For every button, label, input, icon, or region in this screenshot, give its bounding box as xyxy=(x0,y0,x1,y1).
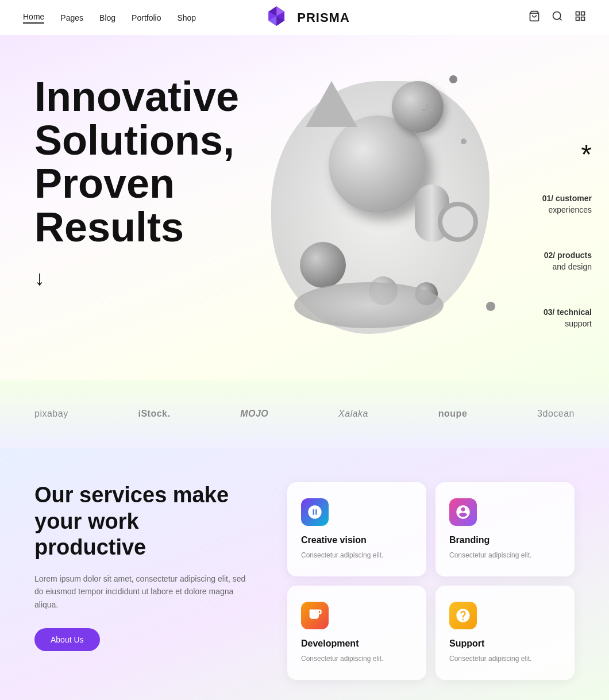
logo-gem-icon xyxy=(259,5,294,31)
brand-3docean: 3docean xyxy=(537,409,575,419)
nav-actions xyxy=(529,10,586,25)
branding-icon xyxy=(449,498,477,526)
nav-link-shop[interactable]: Shop xyxy=(177,13,196,22)
scroll-down-arrow[interactable]: ↓ xyxy=(34,266,575,290)
svg-line-9 xyxy=(560,18,562,21)
services-left: Our services make your work productive L… xyxy=(34,482,253,651)
svg-rect-13 xyxy=(581,17,585,21)
support-icon xyxy=(449,602,477,629)
service-card-dev: Development Consectetur adipiscing elit. xyxy=(287,586,426,680)
cart-icon[interactable] xyxy=(529,10,540,25)
svg-rect-12 xyxy=(576,17,580,21)
branding-desc: Consectetur adipiscing elit. xyxy=(449,550,561,560)
dev-icon xyxy=(301,602,329,629)
service-card-creative: Creative vision Consectetur adipiscing e… xyxy=(287,482,426,576)
svg-rect-11 xyxy=(581,12,585,16)
services-description: Lorem ipsum dolor sit amet, consectetur … xyxy=(34,572,253,611)
about-us-button[interactable]: About Us xyxy=(34,628,100,651)
support-title: Support xyxy=(449,639,561,649)
brand-xalaka: Xalaka xyxy=(338,409,368,419)
brand-pixabay: pixabay xyxy=(34,409,68,419)
site-logo[interactable]: PRISMA xyxy=(259,5,350,31)
creative-title: Creative vision xyxy=(301,535,413,545)
svg-rect-10 xyxy=(576,12,580,16)
logo-text: PRISMA xyxy=(297,10,350,25)
nav-link-blog[interactable]: Blog xyxy=(99,13,115,22)
services-cards: Creative vision Consectetur adipiscing e… xyxy=(287,482,575,680)
nav-link-portfolio[interactable]: Portfolio xyxy=(132,13,161,22)
hero-sidebar: * 01/ customerexperiences 02/ productsan… xyxy=(542,139,592,330)
nav-links: Home Pages Blog Portfolio Shop xyxy=(23,12,196,24)
support-desc: Consectetur adipiscing elit. xyxy=(449,653,561,664)
creative-desc: Consectetur adipiscing elit. xyxy=(301,550,413,560)
service-card-support: Support Consectetur adipiscing elit. xyxy=(435,586,575,680)
nav-link-pages[interactable]: Pages xyxy=(60,13,83,22)
brand-noupe: noupe xyxy=(438,409,468,419)
brands-section: pixabay iStock. MOJO Xalaka noupe 3docea… xyxy=(0,380,609,448)
dev-title: Development xyxy=(301,639,413,649)
branding-title: Branding xyxy=(449,535,561,545)
dev-desc: Consectetur adipiscing elit. xyxy=(301,653,413,664)
navbar: Home Pages Blog Portfolio Shop PRISMA xyxy=(0,0,609,35)
creative-icon xyxy=(301,498,329,526)
svg-point-8 xyxy=(553,12,561,20)
sidebar-asterisk: * xyxy=(542,139,592,170)
services-title: Our services make your work productive xyxy=(34,482,253,561)
hero-section: Innovative Solutions, Proven Results ↓ + xyxy=(0,35,609,380)
hero-content: Innovative Solutions, Proven Results ↓ xyxy=(0,35,609,325)
search-icon[interactable] xyxy=(552,10,563,25)
sidebar-item-1[interactable]: 01/ customerexperiences xyxy=(542,193,592,216)
grid-icon[interactable] xyxy=(575,10,586,25)
nav-link-home[interactable]: Home xyxy=(23,12,44,24)
brand-mojo: MOJO xyxy=(240,409,268,419)
brand-istock: iStock. xyxy=(138,409,170,419)
hero-title: Innovative Solutions, Proven Results xyxy=(34,75,253,249)
sidebar-item-2[interactable]: 02/ productsand design xyxy=(542,250,592,272)
sidebar-item-3[interactable]: 03/ technicalsupport xyxy=(542,307,592,329)
services-section: Our services make your work productive L… xyxy=(0,448,609,700)
service-card-branding: Branding Consectetur adipiscing elit. xyxy=(435,482,575,576)
